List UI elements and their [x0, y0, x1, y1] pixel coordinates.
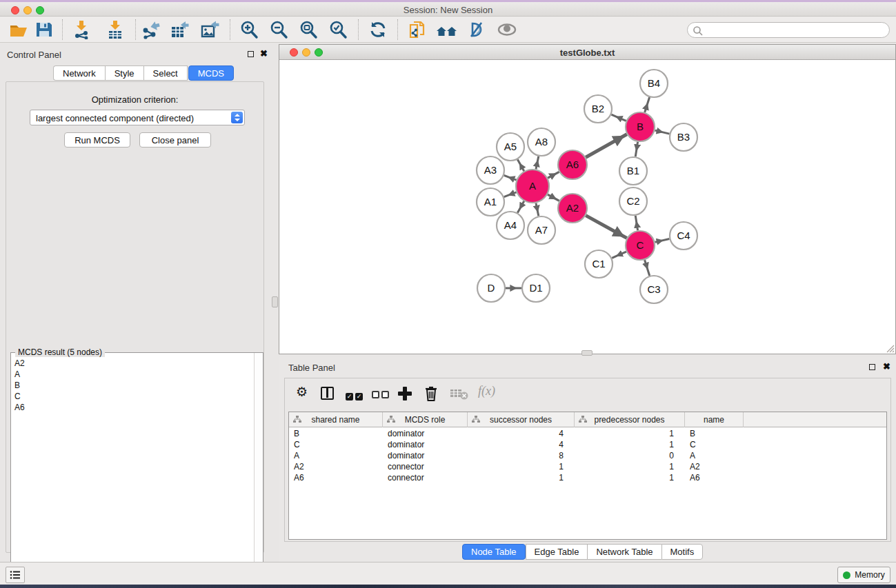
home-icon[interactable]: [436, 20, 457, 41]
save-session-icon[interactable]: [34, 20, 55, 41]
clone-network-icon[interactable]: [408, 20, 429, 41]
graph-node[interactable]: C1: [585, 250, 613, 278]
graph-node[interactable]: B3: [670, 123, 697, 151]
export-image-icon[interactable]: [201, 20, 221, 41]
vertical-splitter-handle[interactable]: [272, 296, 278, 307]
graph-edge[interactable]: [645, 97, 650, 112]
table-row[interactable]: A6 connector 1 1 A6: [289, 472, 886, 483]
graph-edge[interactable]: [586, 134, 627, 157]
graph-node[interactable]: A8: [528, 128, 555, 156]
graph-edge[interactable]: [536, 203, 539, 216]
select-all-icon[interactable]: ✓✓: [346, 389, 365, 401]
graph-edge[interactable]: [635, 142, 637, 157]
open-session-icon[interactable]: [9, 20, 30, 41]
graph-edge[interactable]: [504, 192, 517, 197]
graph-node[interactable]: D: [477, 274, 505, 302]
graph-edge[interactable]: [655, 130, 669, 134]
list-item[interactable]: B: [11, 380, 263, 391]
show-graphics-details-icon[interactable]: [497, 20, 517, 41]
graph-node[interactable]: A4: [497, 212, 524, 239]
delete-column-icon[interactable]: [424, 385, 438, 405]
import-table-icon[interactable]: [106, 20, 126, 41]
tab-network-table[interactable]: Network Table: [587, 544, 661, 560]
close-panel-icon[interactable]: ✖: [260, 50, 268, 57]
graph-node[interactable]: B1: [619, 157, 647, 185]
graph-edge[interactable]: [612, 252, 626, 258]
add-column-icon[interactable]: [398, 387, 412, 401]
optimization-criterion-select[interactable]: largest connected component (directed): [30, 110, 245, 125]
graph-edge[interactable]: [517, 159, 524, 171]
graph-edge[interactable]: [548, 194, 559, 201]
close-panel-icon[interactable]: ✖: [883, 363, 890, 369]
float-panel-icon[interactable]: [248, 51, 254, 57]
zoom-out-icon[interactable]: [269, 20, 290, 41]
graph-node[interactable]: A6: [558, 150, 587, 179]
zoom-in-icon[interactable]: [239, 20, 260, 41]
graph-node[interactable]: B2: [584, 95, 612, 123]
graph-node[interactable]: C: [626, 231, 655, 260]
zoom-selected-icon[interactable]: [328, 20, 349, 41]
memory-button[interactable]: Memory: [837, 567, 890, 583]
tab-mcds[interactable]: MCDS: [188, 65, 234, 81]
tab-style[interactable]: Style: [105, 65, 143, 81]
float-panel-icon[interactable]: [869, 364, 875, 370]
list-item[interactable]: A: [11, 369, 263, 380]
settings-gear-icon[interactable]: ⚙: [296, 385, 308, 399]
list-item[interactable]: A6: [11, 402, 263, 413]
network-canvas[interactable]: AA1A2A3A4A5A6A7A8BB1B2B3B4CC1C2C3C4DD1: [279, 60, 895, 354]
graph-node[interactable]: B: [626, 112, 655, 141]
graph-edge[interactable]: [504, 175, 517, 180]
graph-edge[interactable]: [586, 216, 626, 239]
column-header-mcds-role[interactable]: MCDS role: [383, 412, 468, 427]
scrollbar[interactable]: [254, 353, 263, 584]
graph-node[interactable]: C2: [619, 187, 647, 215]
delete-table-icon[interactable]: [450, 388, 470, 403]
column-header-name[interactable]: name: [685, 412, 744, 427]
graph-node[interactable]: A7: [528, 216, 555, 244]
import-network-icon[interactable]: [72, 20, 92, 41]
run-mcds-button[interactable]: Run MCDS: [64, 132, 130, 148]
graph-node[interactable]: A2: [558, 194, 587, 223]
export-table-icon[interactable]: [170, 20, 191, 41]
search-input[interactable]: [706, 23, 885, 37]
column-header-predecessor-nodes[interactable]: predecessor nodes: [575, 412, 685, 427]
list-item[interactable]: A2: [11, 358, 263, 369]
graph-edge[interactable]: [655, 239, 669, 243]
graph-edge[interactable]: [635, 216, 637, 231]
graph-edge[interactable]: [548, 172, 559, 178]
graph-edge[interactable]: [517, 201, 524, 213]
list-item[interactable]: C: [11, 391, 263, 402]
graph-node[interactable]: D1: [522, 274, 550, 302]
close-panel-button[interactable]: Close panel: [139, 132, 211, 148]
graph-node[interactable]: B4: [640, 70, 668, 97]
table-row[interactable]: C dominator 4 1 C: [289, 439, 886, 450]
tab-motifs[interactable]: Motifs: [661, 544, 704, 560]
graph-node[interactable]: A3: [477, 156, 504, 184]
graph-node[interactable]: C4: [670, 222, 697, 250]
graph-node[interactable]: C3: [640, 276, 668, 303]
horizontal-splitter-handle[interactable]: [581, 350, 593, 356]
graph-node[interactable]: A: [516, 170, 549, 203]
deselect-all-icon[interactable]: [372, 389, 391, 401]
tab-network[interactable]: Network: [53, 65, 105, 81]
task-history-button[interactable]: [6, 567, 25, 583]
graph-node[interactable]: A1: [477, 188, 504, 216]
apply-layout-icon[interactable]: [368, 20, 389, 41]
tab-edge-table[interactable]: Edge Table: [526, 544, 588, 560]
export-network-icon[interactable]: [141, 20, 161, 41]
tab-select[interactable]: Select: [143, 65, 188, 81]
table-row[interactable]: A2 connector 1 1 A2: [289, 461, 886, 472]
table-row[interactable]: A dominator 8 0 A: [289, 450, 886, 461]
graph-node[interactable]: A5: [497, 133, 524, 161]
graph-edge[interactable]: [536, 156, 539, 170]
tab-node-table[interactable]: Node Table: [462, 544, 526, 560]
table-row[interactable]: B dominator 4 1 B: [289, 428, 886, 439]
column-header-successor-nodes[interactable]: successor nodes: [468, 412, 575, 427]
zoom-fit-icon[interactable]: [299, 20, 319, 41]
split-columns-icon[interactable]: [321, 387, 334, 400]
graph-edge[interactable]: [645, 260, 650, 276]
column-header-shared-name[interactable]: shared name: [289, 412, 383, 427]
graph-edge[interactable]: [611, 114, 626, 121]
resize-grip-icon[interactable]: [885, 343, 895, 353]
hide-graphics-details-icon[interactable]: [466, 20, 487, 41]
